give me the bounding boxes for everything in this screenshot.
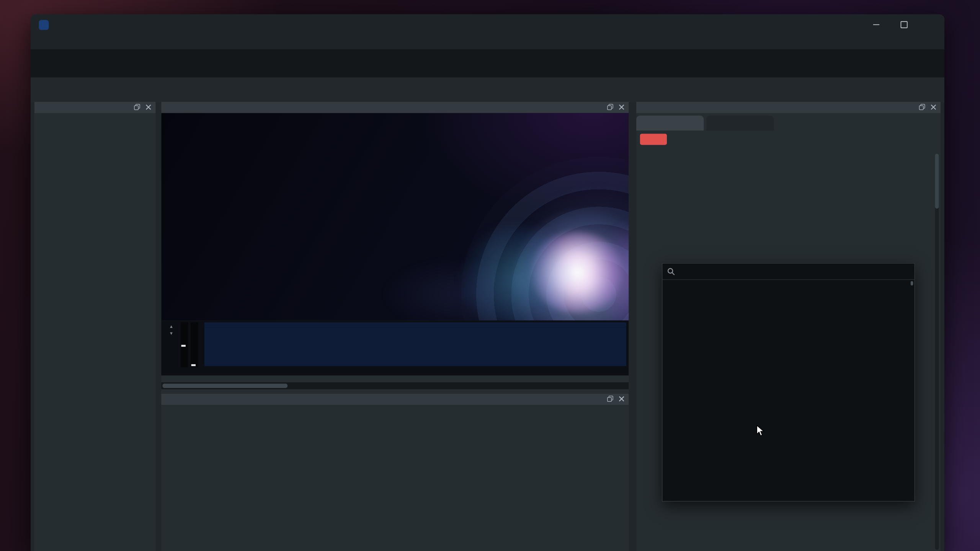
instrument-horizontal-scrollbar[interactable] xyxy=(161,382,629,389)
close-panel-icon[interactable] xyxy=(618,395,625,402)
mouse-cursor xyxy=(756,425,765,437)
desktop: ▲ ▼ xyxy=(0,0,980,551)
clear-button[interactable] xyxy=(640,134,667,145)
menu-bar xyxy=(31,35,944,49)
instance-color-swatch[interactable] xyxy=(46,83,59,97)
maximize-button[interactable] xyxy=(894,18,913,31)
automation-panel-header xyxy=(636,102,941,113)
close-panel-icon[interactable] xyxy=(145,104,152,111)
detach-panel-icon[interactable] xyxy=(607,395,614,402)
popup-search-field[interactable] xyxy=(663,264,915,280)
instance-tabs-bar xyxy=(31,49,944,77)
channels-panel-header xyxy=(34,102,156,113)
keyboard-zone: ▲ ▼ xyxy=(161,321,629,376)
transpose-control[interactable]: ▲ ▼ xyxy=(164,324,179,335)
automation-scrollbar[interactable] xyxy=(935,154,939,550)
toolbar xyxy=(31,77,944,102)
keyboard-velocity-strip xyxy=(204,322,626,327)
channels-panel xyxy=(34,102,156,551)
instrument-panel: ▲ ▼ xyxy=(161,102,629,393)
close-panel-icon[interactable] xyxy=(618,104,625,111)
mixer-panel xyxy=(161,394,629,551)
plugin-artwork xyxy=(161,113,629,321)
scrollbar-thumb[interactable] xyxy=(162,383,287,388)
tab-parameters[interactable] xyxy=(636,116,704,130)
instrument-panel-header xyxy=(161,102,629,113)
search-icon xyxy=(667,267,675,276)
transpose-down-icon[interactable]: ▼ xyxy=(164,331,179,335)
minimize-button[interactable] xyxy=(867,18,885,31)
popup-scrollbar[interactable] xyxy=(911,281,913,285)
app-icon xyxy=(39,20,49,30)
title-bar[interactable] xyxy=(31,15,944,35)
scrollbar-thumb[interactable] xyxy=(935,154,939,209)
parameter-picker-popup xyxy=(662,263,915,502)
pitch-wheel[interactable] xyxy=(181,322,188,367)
mod-wheel[interactable] xyxy=(191,322,198,367)
detach-panel-icon[interactable] xyxy=(919,104,926,111)
mixer-panel-header xyxy=(161,394,629,405)
transpose-up-icon[interactable]: ▲ xyxy=(164,324,179,328)
close-panel-icon[interactable] xyxy=(930,104,937,111)
piano-keyboard[interactable] xyxy=(204,328,626,366)
tab-midi-cc[interactable] xyxy=(706,116,774,130)
detach-panel-icon[interactable] xyxy=(134,104,140,111)
detach-panel-icon[interactable] xyxy=(607,104,614,111)
close-button[interactable] xyxy=(922,18,941,31)
